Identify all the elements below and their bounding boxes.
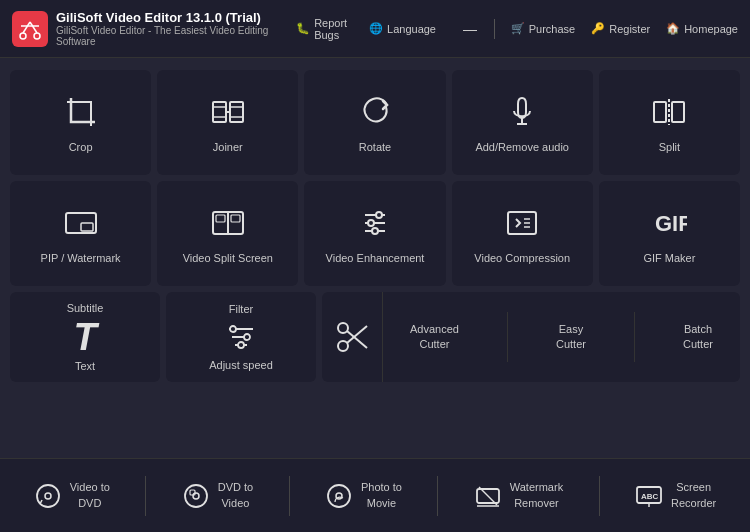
svg-point-37 <box>244 334 250 340</box>
compression-label: Video Compression <box>474 251 570 265</box>
title-right: 🐛 Report Bugs 🌐 Language — 🛒 Purchase 🔑 … <box>296 17 738 41</box>
svg-point-28 <box>376 212 382 218</box>
svg-point-0 <box>20 33 26 39</box>
divider-3 <box>437 476 438 516</box>
gif-icon: GIF <box>651 205 687 241</box>
svg-point-26 <box>368 220 374 226</box>
split-label: Split <box>659 140 680 154</box>
advanced-cutter-label: Advanced Cutter <box>404 314 465 361</box>
tool-cutters-group[interactable]: Advanced Cutter Easy Cutter Batch Cutter <box>322 292 740 382</box>
tool-joiner[interactable]: Joiner <box>157 70 298 175</box>
crop-label: Crop <box>69 140 93 154</box>
register-link[interactable]: 🔑 Register <box>591 22 650 35</box>
batch-cutter-label: Batch Cutter <box>677 314 719 361</box>
split-icon <box>651 94 687 130</box>
rotate-icon <box>357 94 393 130</box>
language-link[interactable]: 🌐 Language <box>369 22 436 35</box>
gif-label: GIF Maker <box>643 251 695 265</box>
tool-split[interactable]: Split <box>599 70 740 175</box>
svg-rect-24 <box>231 215 240 222</box>
split-screen-label: Video Split Screen <box>183 251 273 265</box>
scissors-icon-area <box>322 318 382 356</box>
enhancement-label: Video Enhancement <box>326 251 425 265</box>
tool-grid-row1: Crop Joiner <box>10 70 740 175</box>
tool-filter-adjust[interactable]: Filter Adjust speed <box>166 292 316 382</box>
svg-rect-7 <box>230 102 243 122</box>
rotate-label: Rotate <box>359 140 391 154</box>
bottom-dvd-to-video[interactable]: DVD toVideo <box>170 472 265 519</box>
app-logo <box>12 11 48 47</box>
screen-recorder-icon: ABC <box>635 482 663 510</box>
svg-point-30 <box>372 228 378 234</box>
divider-4 <box>599 476 600 516</box>
tool-video-split-screen[interactable]: Video Split Screen <box>157 181 298 286</box>
bottom-watermark-remover[interactable]: WatermarkRemover <box>462 472 575 519</box>
audio-icon <box>504 94 540 130</box>
svg-line-3 <box>30 22 37 33</box>
tool-add-remove-audio[interactable]: Add/Remove audio <box>452 70 593 175</box>
app-title: GiliSoft Video Editor 13.1.0 (Trial) <box>56 10 296 25</box>
title-bar: GiliSoft Video Editor 13.1.0 (Trial) Gil… <box>0 0 750 58</box>
title-left: GiliSoft Video Editor 13.1.0 (Trial) Gil… <box>12 10 296 47</box>
divider-2 <box>289 476 290 516</box>
tool-crop[interactable]: Crop <box>10 70 151 175</box>
bottom-video-to-dvd[interactable]: Video toDVD <box>22 472 122 519</box>
subtitle-label: Subtitle <box>67 302 104 314</box>
photo-movie-label: Photo toMovie <box>361 480 402 511</box>
split-screen-icon <box>210 205 246 241</box>
purchase-link[interactable]: 🛒 Purchase <box>511 22 575 35</box>
tool-video-compression[interactable]: Video Compression <box>452 181 593 286</box>
video-dvd-icon <box>34 482 62 510</box>
report-bugs-link[interactable]: 🐛 Report Bugs <box>296 17 353 41</box>
screen-recorder-label: ScreenRecorder <box>671 480 716 511</box>
svg-rect-6 <box>213 102 226 122</box>
crop-icon <box>63 94 99 130</box>
svg-point-39 <box>338 341 348 351</box>
svg-rect-20 <box>81 223 93 231</box>
homepage-link[interactable]: 🏠 Homepage <box>666 22 738 35</box>
text-label: Text <box>75 360 95 372</box>
dvd-video-label: DVD toVideo <box>218 480 253 511</box>
divider-1 <box>145 476 146 516</box>
svg-point-44 <box>45 493 51 499</box>
dvd-video-icon <box>182 482 210 510</box>
tool-gif-maker[interactable]: GIF GIF Maker <box>599 181 740 286</box>
svg-rect-31 <box>508 212 536 234</box>
svg-point-48 <box>328 485 350 507</box>
easy-cutter-label: Easy Cutter <box>550 314 592 361</box>
tool-rotate[interactable]: Rotate <box>304 70 445 175</box>
adjust-label: Adjust speed <box>209 359 273 371</box>
svg-line-2 <box>23 22 30 33</box>
window-controls: — <box>462 21 478 37</box>
svg-rect-23 <box>216 215 225 222</box>
key-icon: 🔑 <box>591 22 605 35</box>
bottom-photo-to-movie[interactable]: Photo toMovie <box>313 472 414 519</box>
globe-icon: 🌐 <box>369 22 383 35</box>
video-dvd-label: Video toDVD <box>70 480 110 511</box>
bottom-screen-recorder[interactable]: ABC ScreenRecorder <box>623 472 728 519</box>
filter-label: Filter <box>229 303 253 315</box>
add-remove-audio-label: Add/Remove audio <box>475 140 569 154</box>
main-content: Crop Joiner <box>0 58 750 458</box>
text-icon: T <box>73 318 96 356</box>
tool-text-subtitle[interactable]: Subtitle T Text <box>10 292 160 382</box>
svg-point-45 <box>185 485 207 507</box>
photo-movie-icon <box>325 482 353 510</box>
watermark-icon <box>474 482 502 510</box>
enhancement-icon <box>357 205 393 241</box>
tool-pip-watermark[interactable]: PIP / Watermark <box>10 181 151 286</box>
minimize-button[interactable]: — <box>462 21 478 37</box>
app-subtitle: GiliSoft Video Editor - The Easiest Vide… <box>56 25 296 47</box>
pip-icon <box>63 205 99 241</box>
svg-rect-17 <box>672 102 684 122</box>
tool-grid-row2: PIP / Watermark Video Split Screen <box>10 181 740 286</box>
svg-rect-5 <box>71 102 91 122</box>
svg-text:GIF: GIF <box>655 211 687 236</box>
cart-icon: 🛒 <box>511 22 525 35</box>
tool-video-enhancement[interactable]: Video Enhancement <box>304 181 445 286</box>
svg-rect-16 <box>654 102 666 122</box>
divider2 <box>634 312 635 362</box>
watermark-label: WatermarkRemover <box>510 480 563 511</box>
svg-point-1 <box>34 33 40 39</box>
bug-icon: 🐛 <box>296 22 310 35</box>
